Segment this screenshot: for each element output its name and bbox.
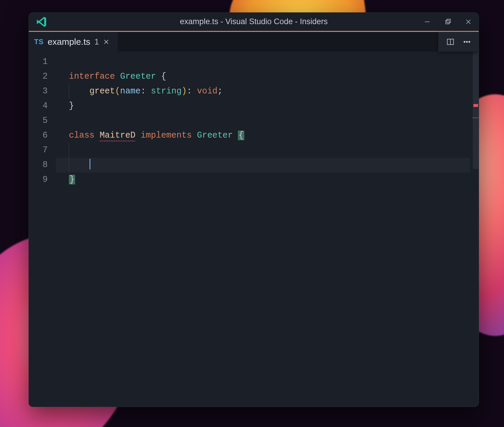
code-content[interactable]: interface Greeter { greet(name: string):… — [56, 52, 470, 407]
tab-bar: TS example.ts 1 — [29, 31, 479, 52]
code-line: class MaitreD implements Greeter { — [56, 128, 470, 143]
maximize-button[interactable] — [437, 13, 458, 31]
tab-strip-empty — [117, 32, 479, 52]
bracket-highlight: { — [238, 131, 244, 140]
line-number: 2 — [29, 69, 56, 84]
titlebar[interactable]: example.ts - Visual Studio Code - Inside… — [29, 13, 479, 31]
code-line: } — [56, 99, 470, 113]
tab-example-ts[interactable]: TS example.ts 1 — [29, 32, 117, 52]
svg-point-10 — [466, 41, 467, 42]
line-number: 3 — [29, 84, 56, 99]
overview-error-marker[interactable] — [473, 104, 478, 107]
code-line: greet(name: string): void; — [56, 84, 470, 99]
line-number: 7 — [29, 143, 56, 158]
window-title: example.ts - Visual Studio Code - Inside… — [29, 17, 479, 26]
line-number: 1 — [29, 55, 56, 69]
code-line: interface Greeter { — [56, 69, 470, 84]
minimize-button[interactable] — [417, 13, 437, 31]
scrollbar-thumb[interactable] — [473, 52, 479, 169]
vscode-window: example.ts - Visual Studio Code - Inside… — [29, 12, 479, 407]
line-number: 4 — [29, 99, 56, 113]
text-cursor — [89, 159, 90, 169]
code-line — [56, 55, 470, 69]
code-line-current — [56, 158, 470, 172]
close-tab-button[interactable] — [103, 39, 110, 45]
svg-rect-2 — [447, 19, 450, 23]
line-number: 6 — [29, 128, 56, 143]
overview-viewport-marker — [472, 118, 479, 118]
more-actions-icon[interactable] — [463, 38, 471, 46]
code-line: } — [56, 172, 470, 187]
svg-rect-1 — [446, 20, 449, 24]
editor-area[interactable]: 1 2 3 4 5 6 7 8 9 interface Greeter { gr… — [29, 52, 479, 407]
typescript-badge-icon: TS — [34, 38, 44, 46]
bracket-highlight: } — [69, 175, 75, 184]
svg-point-9 — [464, 41, 465, 42]
vscode-insiders-logo-icon — [34, 14, 49, 29]
error-squiggle: MaitreD — [100, 131, 135, 141]
line-number: 9 — [29, 172, 56, 187]
line-number-gutter: 1 2 3 4 5 6 7 8 9 — [29, 52, 56, 407]
split-editor-icon[interactable] — [446, 38, 455, 46]
tab-filename: example.ts — [48, 37, 90, 47]
svg-point-11 — [469, 41, 470, 42]
close-button[interactable] — [458, 13, 479, 31]
editor-actions — [438, 32, 479, 52]
line-number: 8 — [29, 158, 56, 172]
line-number: 5 — [29, 113, 56, 128]
code-line — [56, 113, 470, 128]
tab-problem-count: 1 — [94, 37, 99, 47]
overview-ruler[interactable] — [470, 52, 479, 407]
code-line — [56, 143, 470, 158]
window-controls — [417, 13, 479, 31]
